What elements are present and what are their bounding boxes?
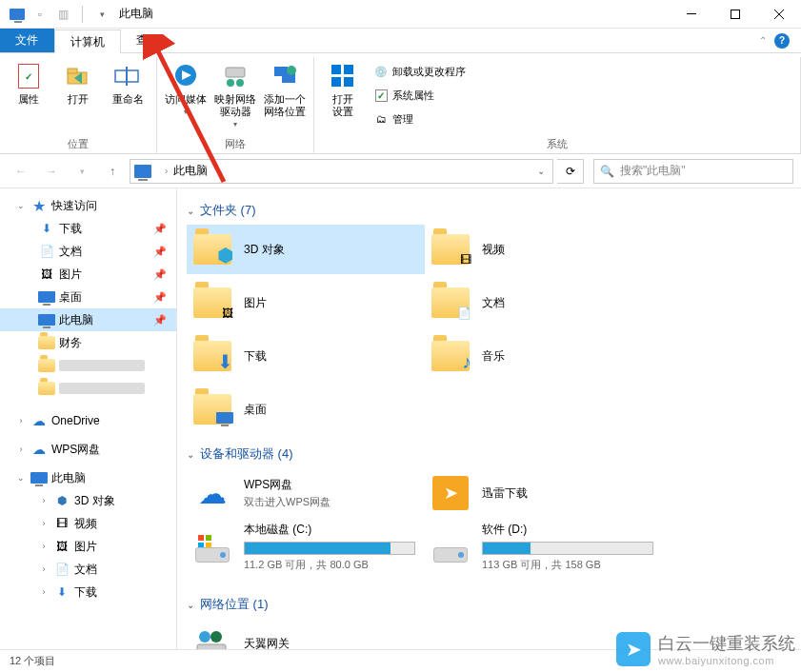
pin-icon: 📌	[153, 291, 167, 304]
uninstall-button[interactable]: 💿卸载或更改程序	[373, 61, 466, 82]
pin-icon: 📌	[153, 268, 167, 281]
tab-computer[interactable]: 计算机	[54, 30, 121, 53]
tree-wps[interactable]: ›☁WPS网盘	[0, 438, 176, 461]
folder-icon: 📄	[429, 283, 472, 323]
tree-3d-objects[interactable]: ›⬢3D 对象	[0, 489, 176, 512]
recent-dropdown[interactable]: ▾	[69, 158, 95, 185]
drive-d[interactable]: 软件 (D:) 113 GB 可用，共 158 GB	[425, 522, 663, 575]
tree-documents[interactable]: 📄文档📌	[0, 240, 176, 263]
app-icon	[10, 7, 25, 22]
tree-blurred-2[interactable]	[0, 377, 176, 400]
maximize-button[interactable]	[713, 0, 757, 29]
document-icon: 📄	[53, 562, 70, 577]
up-button[interactable]: ↑	[99, 158, 126, 185]
collapse-ribbon-icon[interactable]: ⌃	[759, 35, 767, 46]
folder-pictures[interactable]: 🖼图片	[187, 278, 425, 327]
open-icon	[63, 61, 93, 91]
map-network-button[interactable]: 映射网络 驱动器 ▾	[212, 57, 258, 128]
breadcrumb-location[interactable]: 此电脑	[173, 163, 208, 179]
tree-this-pc-root[interactable]: ⌄此电脑	[0, 466, 176, 489]
properties-button[interactable]: 属性	[6, 57, 51, 106]
back-button[interactable]: ←	[8, 158, 34, 185]
qat-dropdown-icon[interactable]: ▾	[94, 7, 110, 22]
section-devices[interactable]: ⌄设备和驱动器 (4)	[187, 445, 791, 463]
tree-desktop[interactable]: 桌面📌	[0, 286, 176, 308]
svg-rect-20	[198, 535, 204, 541]
title-bar: ▫ ▥ ▾ 此电脑	[0, 0, 801, 29]
qat-properties-icon[interactable]: ▥	[55, 7, 70, 22]
access-media-button[interactable]: 访问媒体 ▾	[163, 57, 209, 116]
chevron-down-icon: ⌄	[187, 449, 194, 460]
tree-finance[interactable]: 财务	[0, 331, 176, 354]
svg-rect-6	[68, 69, 77, 73]
ribbon-tabs: 文件 计算机 查看 ⌃ ?	[0, 29, 801, 53]
open-settings-button[interactable]: 打开 设置	[320, 57, 366, 118]
search-input[interactable]: 🔍 搜索"此电脑"	[593, 159, 793, 184]
add-network-icon	[270, 61, 300, 91]
picture-icon: 🖼	[38, 267, 55, 282]
group-label-location: 位置	[6, 135, 150, 153]
tree-onedrive[interactable]: ›☁OneDrive	[0, 409, 176, 432]
capacity-bar	[482, 542, 653, 555]
device-xunlei[interactable]: ➤迅雷下载	[425, 468, 663, 518]
star-icon: ★	[30, 198, 48, 213]
svg-rect-16	[331, 65, 341, 74]
network-gateway[interactable]: 天翼网关	[187, 619, 425, 649]
folder-videos[interactable]: 🎞视频	[425, 225, 663, 274]
chevron-down-icon: ⌄	[187, 600, 194, 610]
forward-button[interactable]: →	[38, 158, 65, 185]
address-bar[interactable]: › 此电脑 ⌄	[130, 159, 553, 184]
folder-icon: ♪	[429, 336, 472, 376]
capacity-bar	[244, 542, 415, 555]
group-label-system: 系统	[320, 135, 794, 153]
refresh-button[interactable]: ⟳	[557, 159, 584, 184]
content-pane: ⌄文件夹 (7) ⬢3D 对象 🎞视频 🖼图片 📄文档 ⬇下载 ♪音乐 桌面 ⌄…	[177, 188, 801, 649]
help-icon[interactable]: ?	[774, 33, 790, 49]
folder-documents[interactable]: 📄文档	[425, 278, 663, 327]
tab-file[interactable]: 文件	[0, 29, 54, 52]
svg-point-11	[227, 79, 234, 87]
tree-documents2[interactable]: ›📄文档	[0, 558, 176, 581]
svg-rect-21	[206, 535, 211, 541]
folder-icon	[190, 389, 234, 429]
open-button[interactable]: 打开	[55, 57, 101, 106]
rename-button[interactable]: 重命名	[105, 57, 150, 106]
cloud-icon: ☁	[30, 442, 48, 457]
tree-this-pc[interactable]: 此电脑📌	[0, 308, 176, 331]
folder-3d-objects[interactable]: ⬢3D 对象	[187, 225, 425, 274]
device-wps[interactable]: ☁WPS网盘双击进入WPS网盘	[187, 468, 425, 518]
devices-grid: ☁WPS网盘双击进入WPS网盘 ➤迅雷下载 本地磁盘 (C:) 11.2 GB …	[187, 468, 791, 588]
tab-view[interactable]: 查看	[121, 29, 175, 52]
system-properties-button[interactable]: 系统属性	[373, 85, 466, 106]
add-network-button[interactable]: 添加一个 网络位置	[262, 57, 308, 118]
folder-icon: 🎞	[429, 229, 472, 269]
ribbon-group-system: 打开 设置 💿卸载或更改程序 系统属性 🗂管理 系统	[314, 57, 801, 153]
address-dropdown-icon[interactable]: ⌄	[530, 166, 552, 176]
tree-downloads2[interactable]: ›⬇下载	[0, 581, 176, 603]
tree-pictures[interactable]: 🖼图片📌	[0, 263, 176, 286]
tree-videos[interactable]: ›🎞视频	[0, 512, 176, 535]
watermark-title: 白云一键重装系统	[658, 632, 795, 655]
svg-point-26	[210, 631, 222, 642]
watermark-logo-icon: ➤	[616, 632, 651, 666]
folder-music[interactable]: ♪音乐	[425, 331, 663, 381]
ribbon: 属性 打开 重命名 位置 访问媒体 ▾ 映射网络 驱动器 ▾	[0, 53, 801, 154]
tree-pictures2[interactable]: ›🖼图片	[0, 535, 176, 558]
pc-icon	[38, 312, 55, 327]
close-button[interactable]	[757, 0, 801, 29]
folder-downloads[interactable]: ⬇下载	[187, 331, 425, 381]
folder-desktop[interactable]: 桌面	[187, 385, 425, 434]
tree-downloads[interactable]: ⬇下载📌	[0, 217, 176, 240]
tree-quick-access[interactable]: ⌄★快速访问	[0, 194, 176, 217]
section-folders[interactable]: ⌄文件夹 (7)	[187, 202, 791, 219]
minimize-button[interactable]	[670, 0, 713, 29]
pin-icon: 📌	[153, 246, 167, 258]
manage-button[interactable]: 🗂管理	[373, 109, 466, 129]
tree-blurred-1[interactable]	[0, 354, 176, 377]
body: ⌄★快速访问 ⬇下载📌 📄文档📌 🖼图片📌 桌面📌 此电脑📌 财务 ›☁OneD…	[0, 188, 801, 649]
section-network[interactable]: ⌄网络位置 (1)	[187, 596, 791, 613]
navigation-bar: ← → ▾ ↑ › 此电脑 ⌄ ⟳ 🔍 搜索"此电脑"	[0, 154, 801, 188]
qat-new-icon[interactable]: ▫	[32, 7, 48, 22]
properties-icon	[13, 61, 44, 91]
drive-c[interactable]: 本地磁盘 (C:) 11.2 GB 可用，共 80.0 GB	[187, 522, 425, 575]
